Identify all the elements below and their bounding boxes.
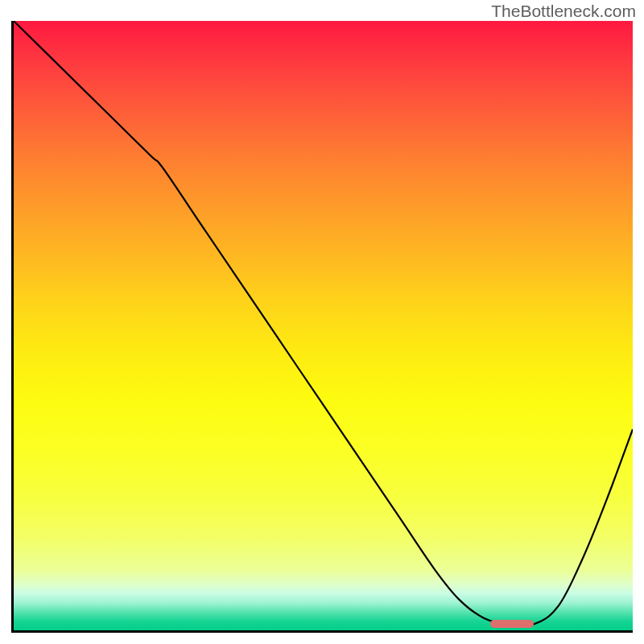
- optimal-range-marker: [490, 620, 534, 628]
- bottleneck-curve: [14, 21, 633, 630]
- chart-plot-area: [11, 21, 633, 633]
- watermark-text: TheBottleneck.com: [491, 2, 636, 21]
